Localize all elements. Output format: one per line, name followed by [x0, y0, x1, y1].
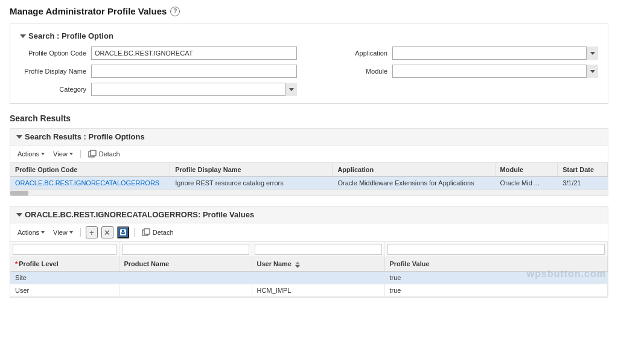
svg-rect-3 — [121, 232, 125, 234]
pv-table-header-row: *Profile Level Product Name User Name Pr… — [10, 257, 608, 272]
pv-cell-profile-level: User — [10, 284, 119, 296]
page-title-text: Manage Administrator Profile Values — [10, 6, 167, 16]
col-header-profile-display-name: Profile Display Name — [170, 163, 333, 177]
pv-table-row[interactable]: User HCM_IMPL true — [10, 284, 608, 296]
search-section-header[interactable]: Search : Profile Option — [20, 31, 598, 40]
results-detach-button[interactable]: Detach — [86, 148, 123, 159]
cell-application: Oracle Middleware Extensions for Applica… — [333, 177, 495, 190]
pv-view-dropdown-icon — [69, 231, 73, 234]
filter-cell-user — [252, 242, 384, 257]
results-section-header: Search Results : Profile Options — [10, 129, 608, 145]
pv-view-button[interactable]: View — [51, 228, 75, 237]
profile-values-title: ORACLE.BC.REST.IGNORECATALOGERRORS: Prof… — [25, 210, 254, 219]
pv-delete-button[interactable]: ✕ — [101, 226, 113, 238]
results-table-header-row: Profile Option Code Profile Display Name… — [10, 163, 608, 177]
results-collapse-icon — [16, 135, 22, 139]
svg-rect-6 — [144, 229, 150, 234]
results-detach-label: Detach — [99, 150, 120, 158]
col-header-module: Module — [495, 163, 558, 177]
pv-add-button[interactable]: + — [86, 226, 98, 238]
user-name-sort-icons[interactable] — [295, 261, 300, 268]
profile-values-table: *Profile Level Product Name User Name Pr… — [10, 242, 608, 297]
pv-view-label: View — [53, 229, 68, 236]
filter-profile-value[interactable] — [387, 244, 605, 255]
pv-table-row[interactable]: Site true — [10, 271, 608, 284]
required-star: * — [15, 260, 18, 267]
profile-option-code-row: Profile Option Code — [20, 46, 297, 60]
pv-table-filter-row — [10, 242, 608, 257]
results-view-label: View — [53, 150, 68, 158]
profile-values-header: ORACLE.BC.REST.IGNORECATALOGERRORS: Prof… — [10, 206, 608, 223]
svg-rect-4 — [122, 230, 124, 232]
module-select[interactable] — [392, 65, 598, 78]
profile-values-section: ORACLE.BC.REST.IGNORECATALOGERRORS: Prof… — [10, 206, 608, 298]
profile-option-code-input[interactable] — [91, 46, 297, 60]
pv-actions-button[interactable]: Actions — [15, 228, 47, 237]
search-results-label: Search Results — [10, 113, 608, 123]
sort-down-icon — [295, 265, 300, 268]
results-toolbar: Actions View Detach — [10, 145, 608, 163]
save-icon — [119, 229, 127, 236]
filter-user-name[interactable] — [255, 244, 382, 255]
category-label: Category — [20, 86, 86, 93]
actions-dropdown-icon — [41, 153, 45, 155]
module-label: Module — [321, 68, 387, 75]
pv-cell-user-name — [252, 271, 384, 284]
search-section: Search : Profile Option Profile Option C… — [10, 24, 608, 104]
table-row[interactable]: ORACLE.BC.REST.IGNORECATALOGERRORS Ignor… — [10, 177, 608, 190]
results-actions-button[interactable]: Actions — [15, 149, 47, 159]
filter-cell-value — [384, 242, 608, 257]
search-form-left: Profile Option Code Profile Display Name… — [20, 46, 297, 96]
results-actions-label: Actions — [18, 150, 39, 158]
collapse-icon — [20, 34, 26, 38]
filter-product-name[interactable] — [122, 244, 249, 255]
page-title: Manage Administrator Profile Values ? — [10, 6, 608, 16]
filter-profile-level[interactable] — [13, 244, 116, 255]
sort-up-icon — [295, 261, 300, 264]
pv-actions-dropdown-icon — [41, 231, 45, 234]
pv-cell-user-name: HCM_IMPL — [252, 284, 384, 296]
filter-cell-product — [119, 242, 252, 257]
application-select[interactable] — [392, 46, 598, 60]
col-header-profile-level: *Profile Level — [10, 257, 119, 272]
profile-display-name-label: Profile Display Name — [20, 68, 86, 75]
application-row: Application — [321, 46, 598, 60]
toolbar-divider-1 — [80, 150, 81, 158]
col-header-product-name: Product Name — [119, 257, 252, 272]
pv-cell-product-name — [119, 271, 252, 284]
profile-values-toolbar: Actions View + ✕ — [10, 223, 608, 242]
pv-cell-profile-level: Site — [10, 271, 119, 284]
pv-toolbar-divider-2 — [134, 228, 135, 237]
profile-display-name-input[interactable] — [91, 65, 297, 78]
search-results-section: Search Results : Profile Options Actions… — [10, 128, 608, 196]
col-header-profile-value: Profile Value — [384, 257, 608, 272]
category-select[interactable] — [91, 83, 297, 96]
pv-cell-profile-value: true — [384, 284, 608, 296]
search-form: Profile Option Code Profile Display Name… — [20, 46, 598, 96]
col-header-user-name: User Name — [252, 257, 384, 272]
profile-option-code-link[interactable]: ORACLE.BC.REST.IGNORECATALOGERRORS — [15, 179, 159, 187]
results-view-button[interactable]: View — [51, 149, 75, 159]
results-section-title-row[interactable]: Search Results : Profile Options — [16, 132, 602, 141]
cell-profile-option-code: ORACLE.BC.REST.IGNORECATALOGERRORS — [10, 177, 170, 190]
col-header-profile-option-code: Profile Option Code — [10, 163, 170, 177]
pv-detach-icon — [142, 228, 150, 237]
detach-icon — [88, 150, 97, 158]
svg-rect-1 — [91, 150, 96, 156]
col-header-application: Application — [333, 163, 495, 177]
cell-profile-display-name: Ignore REST resource catalog errors — [170, 177, 333, 190]
application-label: Application — [321, 49, 387, 57]
filter-cell-level — [10, 242, 119, 257]
search-section-title: Search : Profile Option — [28, 31, 113, 40]
search-form-right: Application Module — [321, 46, 598, 96]
pv-detach-button[interactable]: Detach — [139, 227, 176, 238]
profile-values-title-row[interactable]: ORACLE.BC.REST.IGNORECATALOGERRORS: Prof… — [16, 210, 602, 219]
results-table: Profile Option Code Profile Display Name… — [10, 163, 608, 190]
cell-start-date: 3/1/21 — [558, 177, 608, 190]
pv-detach-label: Detach — [153, 229, 174, 236]
help-icon[interactable]: ? — [170, 7, 180, 16]
profile-option-code-label: Profile Option Code — [20, 49, 86, 57]
horizontal-scrollbar[interactable] — [10, 190, 608, 196]
profile-display-name-row: Profile Display Name — [20, 65, 297, 78]
pv-save-button[interactable] — [117, 226, 129, 238]
